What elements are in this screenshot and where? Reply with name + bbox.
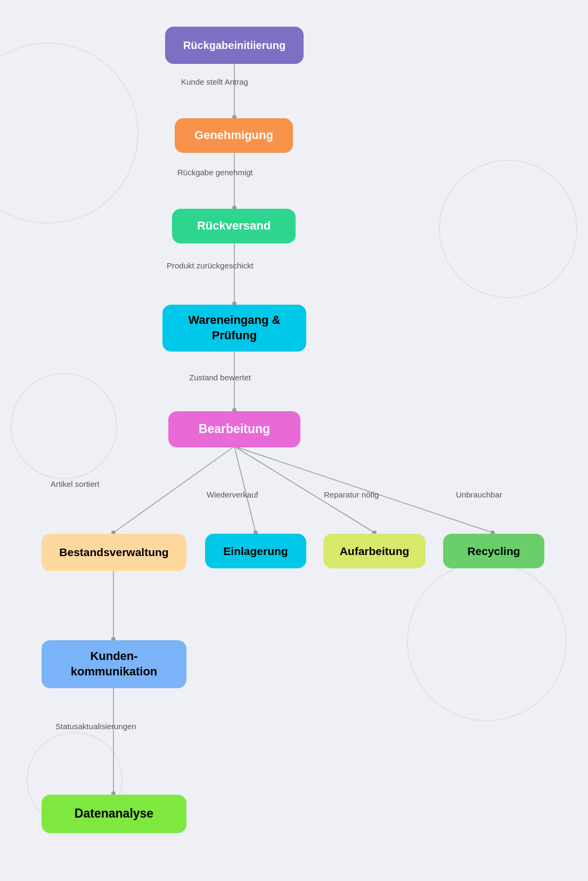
label-kunde-antrag: Kunde stellt Antrag (181, 77, 248, 86)
label-status-akt: Statusaktualisierungen (55, 722, 136, 731)
flowchart: Rückgabeinitiierung Kunde stellt Antrag … (0, 0, 588, 881)
svg-line-14 (234, 446, 493, 533)
label-rueckgabe-genehmigt: Rückgabe genehmigt (177, 168, 253, 177)
node-kundenkommunikation: Kunden-kommunikation (42, 640, 186, 688)
node-recycling: Recycling (443, 534, 544, 568)
node-datenanalyse: Datenanalyse (42, 795, 186, 833)
node-rueckversand: Rückversand (172, 209, 296, 243)
label-zustand-bewertet: Zustand bewertet (189, 373, 251, 382)
node-rueckgabe: Rückgabeinitiierung (165, 27, 304, 64)
node-bearbeitung: Bearbeitung (168, 411, 300, 447)
node-aufarbeitung: Aufarbeitung (323, 534, 426, 568)
node-einlagerung: Einlagerung (205, 534, 306, 568)
svg-line-8 (113, 446, 234, 533)
label-reparatur-noetig: Reparatur nötig (324, 490, 379, 499)
label-unbrauchbar: Unbrauchbar (456, 490, 502, 499)
label-artikel-sortiert: Artikel sortiert (51, 479, 100, 488)
node-genehmigung: Genehmigung (175, 118, 293, 153)
svg-line-10 (234, 446, 256, 533)
label-wiederverkauf: Wiederverkauf (207, 490, 258, 499)
node-wareneingang: Wareneingang &Prüfung (162, 305, 306, 352)
node-bestandsverwaltung: Bestandsverwaltung (42, 534, 186, 571)
label-produkt-zurueck: Produkt zurückgeschickt (167, 261, 254, 270)
svg-line-12 (234, 446, 374, 533)
